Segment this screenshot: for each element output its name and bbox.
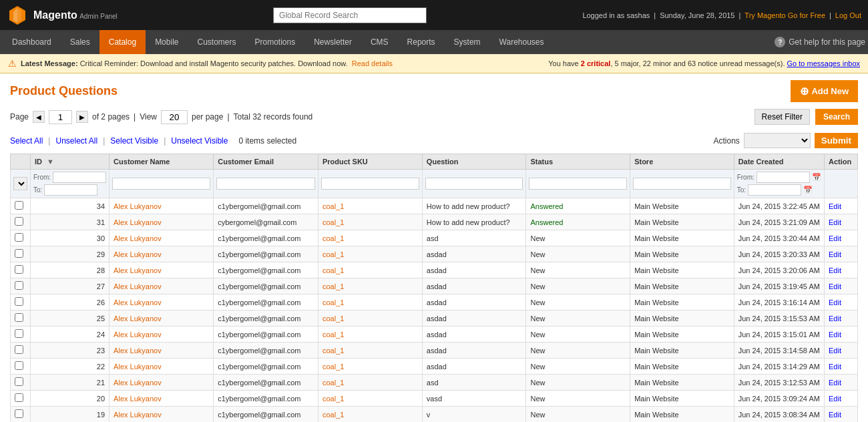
nav-dashboard[interactable]: Dashboard bbox=[3, 30, 61, 54]
edit-link[interactable]: Edit bbox=[829, 250, 841, 258]
row-checkbox[interactable] bbox=[15, 329, 23, 338]
go-to-messages-link[interactable]: Go to messages inbox bbox=[787, 59, 860, 67]
nav-promotions[interactable]: Promotions bbox=[246, 30, 305, 54]
edit-link[interactable]: Edit bbox=[829, 411, 841, 419]
sku-link[interactable]: coal_1 bbox=[322, 234, 344, 242]
reset-filter-button[interactable]: Reset Filter bbox=[754, 109, 810, 125]
filter-date-to[interactable] bbox=[748, 184, 801, 196]
customer-name-link[interactable]: Alex Lukyanov bbox=[114, 411, 162, 419]
row-checkbox[interactable] bbox=[15, 313, 23, 322]
sku-link[interactable]: coal_1 bbox=[322, 314, 344, 323]
sku-link[interactable]: coal_1 bbox=[322, 347, 344, 355]
select-visible-link[interactable]: Select Visible bbox=[110, 136, 158, 146]
filter-question[interactable] bbox=[425, 178, 523, 190]
edit-link[interactable]: Edit bbox=[829, 218, 841, 226]
filter-customer-email[interactable] bbox=[216, 178, 315, 190]
nav-cms[interactable]: CMS bbox=[361, 30, 398, 54]
nav-newsletter[interactable]: Newsletter bbox=[304, 30, 361, 54]
filter-status[interactable] bbox=[529, 178, 627, 190]
filter-id-to[interactable] bbox=[44, 184, 97, 196]
edit-link[interactable]: Edit bbox=[829, 395, 841, 403]
edit-link[interactable]: Edit bbox=[829, 266, 841, 274]
select-all-link[interactable]: Select All bbox=[10, 136, 43, 146]
nav-mobile[interactable]: Mobile bbox=[146, 30, 188, 54]
customer-name-link[interactable]: Alex Lukyanov bbox=[114, 234, 162, 242]
customer-name-link[interactable]: Alex Lukyanov bbox=[114, 218, 162, 226]
edit-link[interactable]: Edit bbox=[829, 314, 841, 323]
nav-reports[interactable]: Reports bbox=[398, 30, 445, 54]
sku-link[interactable]: coal_1 bbox=[322, 202, 344, 210]
sku-link[interactable]: coal_1 bbox=[322, 411, 344, 419]
sku-link[interactable]: coal_1 bbox=[322, 250, 344, 258]
nav-sales[interactable]: Sales bbox=[61, 30, 99, 54]
row-checkbox[interactable] bbox=[15, 233, 23, 242]
sku-link[interactable]: coal_1 bbox=[322, 395, 344, 403]
sku-link[interactable]: coal_1 bbox=[322, 218, 344, 226]
add-new-button[interactable]: ⊕ Add New bbox=[791, 80, 858, 102]
nav-customers[interactable]: Customers bbox=[188, 30, 245, 54]
customer-name-link[interactable]: Alex Lukyanov bbox=[114, 266, 162, 274]
customer-name-link[interactable]: Alex Lukyanov bbox=[114, 395, 162, 403]
customer-name-link[interactable]: Alex Lukyanov bbox=[114, 314, 162, 323]
edit-link[interactable]: Edit bbox=[829, 363, 841, 371]
logout-link[interactable]: Log Out bbox=[835, 11, 861, 19]
actions-select[interactable] bbox=[744, 133, 811, 148]
row-checkbox[interactable] bbox=[15, 345, 23, 354]
col-header-id[interactable]: ID ▼ bbox=[31, 154, 110, 170]
edit-link[interactable]: Edit bbox=[829, 331, 841, 339]
customer-name-link[interactable]: Alex Lukyanov bbox=[114, 331, 162, 339]
filter-product-sku[interactable] bbox=[321, 178, 419, 190]
nav-catalog[interactable]: Catalog bbox=[99, 30, 146, 54]
view-count-input[interactable] bbox=[161, 110, 188, 124]
row-checkbox[interactable] bbox=[15, 409, 23, 418]
customer-name-link[interactable]: Alex Lukyanov bbox=[114, 202, 162, 210]
row-checkbox[interactable] bbox=[15, 393, 23, 402]
row-checkbox[interactable] bbox=[15, 281, 23, 290]
row-checkbox[interactable] bbox=[15, 377, 23, 386]
customer-name-link[interactable]: Alex Lukyanov bbox=[114, 282, 162, 290]
row-checkbox[interactable] bbox=[15, 217, 23, 226]
nav-warehouses[interactable]: Warehouses bbox=[490, 30, 554, 54]
sku-link[interactable]: coal_1 bbox=[322, 298, 344, 306]
customer-name-link[interactable]: Alex Lukyanov bbox=[114, 250, 162, 258]
customer-name-link[interactable]: Alex Lukyanov bbox=[114, 379, 162, 387]
submit-button[interactable]: Submit bbox=[815, 133, 858, 148]
calendar-to-icon[interactable]: 📅 bbox=[803, 186, 813, 194]
row-checkbox[interactable] bbox=[15, 297, 23, 306]
search-button[interactable]: Search bbox=[815, 109, 858, 125]
unselect-visible-link[interactable]: Unselect Visible bbox=[171, 136, 228, 146]
global-search-input[interactable] bbox=[273, 7, 427, 23]
edit-link[interactable]: Edit bbox=[829, 282, 841, 290]
nav-system[interactable]: System bbox=[445, 30, 490, 54]
help-label[interactable]: Get help for this page bbox=[789, 37, 865, 47]
customer-name-link[interactable]: Alex Lukyanov bbox=[114, 298, 162, 306]
sku-link[interactable]: coal_1 bbox=[322, 282, 344, 290]
edit-link[interactable]: Edit bbox=[829, 298, 841, 306]
edit-link[interactable]: Edit bbox=[829, 379, 841, 387]
row-checkbox[interactable] bbox=[15, 249, 23, 258]
calendar-from-icon[interactable]: 📅 bbox=[812, 173, 821, 182]
try-magento-link[interactable]: Try Magento Go for Free bbox=[744, 11, 825, 19]
filter-id-from[interactable] bbox=[53, 172, 106, 183]
customer-name-link[interactable]: Alex Lukyanov bbox=[114, 347, 162, 355]
read-details-link[interactable]: Read details bbox=[352, 59, 393, 67]
row-checkbox[interactable] bbox=[15, 265, 23, 274]
page-next-button[interactable]: ▶ bbox=[76, 111, 88, 123]
sku-link[interactable]: coal_1 bbox=[322, 379, 344, 387]
filter-customer-name[interactable] bbox=[112, 178, 210, 190]
row-checkbox[interactable] bbox=[15, 201, 23, 210]
row-checkbox[interactable] bbox=[15, 361, 23, 370]
customer-name-link[interactable]: Alex Lukyanov bbox=[114, 363, 162, 371]
edit-link[interactable]: Edit bbox=[829, 234, 841, 242]
filter-any-select[interactable]: Any bbox=[13, 177, 27, 190]
sku-link[interactable]: coal_1 bbox=[322, 331, 344, 339]
edit-link[interactable]: Edit bbox=[829, 202, 841, 210]
sku-link[interactable]: coal_1 bbox=[322, 363, 344, 371]
filter-date-from[interactable] bbox=[756, 172, 810, 183]
filter-store[interactable] bbox=[633, 178, 731, 190]
sku-link[interactable]: coal_1 bbox=[322, 266, 344, 274]
page-prev-button[interactable]: ◀ bbox=[33, 111, 45, 123]
edit-link[interactable]: Edit bbox=[829, 347, 841, 355]
unselect-all-link[interactable]: Unselect All bbox=[55, 136, 97, 146]
page-number-input[interactable] bbox=[49, 110, 72, 124]
